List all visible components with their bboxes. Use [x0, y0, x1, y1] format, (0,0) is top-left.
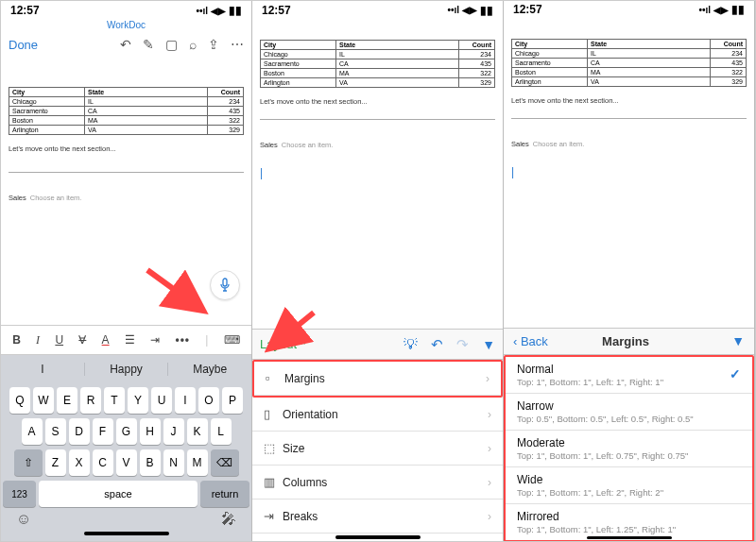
home-indicator[interactable] [587, 536, 672, 539]
margin-option-normal[interactable]: Normal Top: 1", Bottom: 1", Left: 1", Ri… [506, 357, 752, 394]
size-icon: ⬚ [264, 441, 283, 455]
sales-field[interactable]: SalesChoose an item. [9, 194, 244, 202]
margin-option-moderate[interactable]: Moderate Top: 1", Bottom: 1", Left: 0.75… [506, 431, 752, 467]
body-text[interactable]: Let's move onto the next section... [9, 144, 244, 153]
key[interactable]: A [22, 418, 43, 445]
undo-icon[interactable]: ↶ [431, 336, 443, 353]
key[interactable]: Q [9, 387, 30, 414]
annotation-arrow [262, 308, 328, 364]
key[interactable]: U [151, 387, 172, 414]
numbers-key[interactable]: 123 [3, 481, 36, 507]
suggestion[interactable]: Happy [85, 363, 169, 376]
key[interactable]: B [140, 449, 161, 476]
svg-rect-0 [223, 279, 227, 286]
key[interactable]: J [163, 418, 184, 445]
status-indicators: ••ıl◀▶▮▮ [196, 4, 242, 17]
key[interactable]: F [93, 418, 113, 445]
key[interactable]: G [116, 418, 137, 445]
menu-columns[interactable]: ▥ Columns › [252, 466, 503, 500]
key[interactable]: M [187, 449, 208, 476]
svg-line-2 [273, 313, 314, 346]
margin-option-wide[interactable]: Wide Top: 1", Bottom: 1", Left: 2", Righ… [506, 467, 752, 504]
bullets-button[interactable]: ☰ [125, 333, 135, 347]
more-format-button[interactable]: ••• [175, 333, 190, 347]
home-indicator[interactable] [335, 535, 421, 539]
key[interactable]: O [198, 387, 219, 414]
text-cursor: | [511, 165, 747, 178]
key[interactable]: L [211, 418, 232, 445]
key[interactable]: Z [45, 449, 66, 476]
more-icon[interactable]: ⋯ [231, 37, 244, 52]
columns-icon: ▥ [264, 475, 283, 489]
sales-field[interactable]: SalesChoose an item. [511, 140, 747, 148]
font-color-button[interactable]: A [102, 333, 110, 347]
collapse-ribbon-icon[interactable]: ▼ [482, 337, 495, 352]
underline-button[interactable]: U [55, 333, 63, 347]
data-table[interactable]: CityStateCount ChicagoIL234 SacramentoCA… [9, 87, 244, 135]
key[interactable]: K [187, 418, 208, 445]
status-time: 12:57 [10, 4, 40, 17]
collapse-ribbon-icon[interactable]: ▼ [731, 333, 745, 348]
key[interactable]: Y [128, 387, 148, 414]
key[interactable]: D [69, 418, 90, 445]
margin-option-narrow[interactable]: Narrow Top: 0.5", Bottom: 0.5", Left: 0.… [506, 394, 752, 431]
key[interactable]: I [175, 387, 196, 414]
margins-icon: ▫ [266, 371, 284, 385]
ios-keyboard: QWERTYUIOP ASDFGHJKL ⇧ ZXCVBNM ⌫ 123 spa… [1, 383, 251, 541]
menu-margins[interactable]: ▫ Margins › [254, 362, 501, 396]
share-icon[interactable]: ⇪ [208, 37, 219, 52]
key[interactable]: V [116, 449, 137, 476]
data-table[interactable]: CityStateCount ChicagoIL234 SacramentoCA… [260, 40, 495, 88]
key[interactable]: P [222, 387, 243, 414]
status-indicators: ••ıl◀▶▮▮ [447, 4, 493, 17]
key[interactable]: E [57, 387, 77, 414]
suggestion[interactable]: I [1, 363, 85, 376]
emoji-key[interactable]: ☺ [16, 511, 31, 528]
status-time: 12:57 [513, 3, 542, 16]
sales-field[interactable]: SalesChoose an item. [260, 141, 495, 149]
key[interactable]: T [104, 387, 125, 414]
svg-line-1 [147, 270, 199, 308]
key[interactable]: X [69, 449, 90, 476]
document-body[interactable]: CityStateCount ChicagoIL234 SacramentoCA… [504, 16, 754, 328]
margins-header: ‹ Back Margins ▼ [504, 328, 754, 355]
key[interactable]: H [140, 418, 161, 445]
search-icon[interactable]: ⌕ [189, 37, 197, 52]
redo-icon[interactable]: ↷ [456, 336, 469, 353]
indent-button[interactable]: ⇥ [150, 333, 160, 347]
layout-menu: ▫ Margins › ▯ Orientation › ⬚ Size › ▥ C… [252, 360, 503, 534]
tell-me-icon[interactable]: 💡︎ [404, 336, 418, 352]
chevron-right-icon: › [488, 408, 491, 421]
chevron-right-icon: › [488, 476, 491, 489]
key[interactable]: N [163, 449, 184, 476]
shift-key[interactable]: ⇧ [14, 449, 43, 476]
delete-key[interactable]: ⌫ [211, 449, 239, 476]
data-table[interactable]: CityStateCount ChicagoIL234 SacramentoCA… [511, 39, 747, 87]
status-indicators: ••ıl◀▶▮▮ [698, 3, 745, 16]
return-key[interactable]: return [200, 481, 249, 507]
bold-button[interactable]: B [12, 333, 21, 347]
strikethrough-button[interactable]: ∀ [78, 333, 86, 347]
keyboard-toggle-icon[interactable]: ⌨ [224, 333, 240, 347]
body-text[interactable]: Let's move onto the next section... [260, 97, 495, 106]
menu-orientation[interactable]: ▯ Orientation › [252, 398, 503, 432]
status-bar: 12:57 ••ıl◀▶▮▮ [1, 1, 251, 18]
key[interactable]: S [45, 418, 66, 445]
done-button[interactable]: Done [9, 38, 38, 52]
menu-size[interactable]: ⬚ Size › [252, 432, 503, 466]
key[interactable]: C [93, 449, 113, 476]
suggestion[interactable]: Maybe [168, 363, 251, 376]
margin-option-mirrored[interactable]: Mirrored Top: 1", Bottom: 1", Left: 1.25… [506, 504, 752, 540]
undo-icon[interactable]: ↶ [120, 37, 131, 52]
key[interactable]: R [80, 387, 101, 414]
italic-button[interactable]: I [36, 333, 40, 347]
mobile-view-icon[interactable]: ▢ [165, 37, 178, 52]
space-key[interactable]: space [39, 481, 198, 507]
document-body[interactable]: CityStateCount ChicagoIL234 SacramentoCA… [252, 17, 503, 329]
body-text[interactable]: Let's move onto the next section... [511, 96, 747, 105]
menu-breaks[interactable]: ⇥ Breaks › [252, 500, 503, 534]
key[interactable]: W [33, 387, 54, 414]
draw-icon[interactable]: ✎ [143, 37, 154, 52]
dictate-key[interactable]: 🎤︎ [221, 511, 236, 528]
home-indicator[interactable] [84, 532, 169, 535]
